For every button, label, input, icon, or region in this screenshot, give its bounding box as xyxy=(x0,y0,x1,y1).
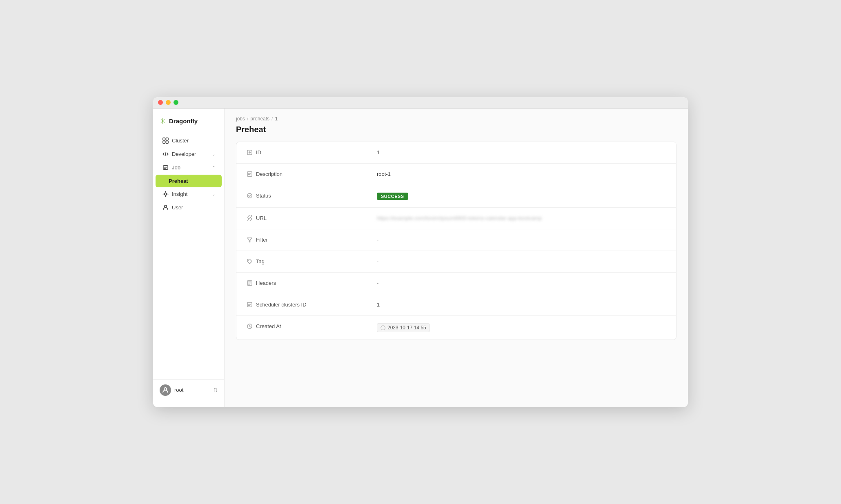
breadcrumb-preheats[interactable]: preheats xyxy=(250,116,269,122)
timestamp-clock-icon: ◯ xyxy=(380,325,385,330)
status-icon xyxy=(246,193,253,199)
row-id: ID 1 xyxy=(236,142,676,164)
row-headers: Headers - xyxy=(236,273,676,294)
user-label: User xyxy=(172,204,183,211)
svg-rect-5 xyxy=(163,166,167,169)
user-nav-icon xyxy=(162,204,169,211)
label-created-at: Created At xyxy=(246,323,377,330)
timestamp-text: 2023-10-17 14:55 xyxy=(387,325,426,331)
preheat-label: Preheat xyxy=(169,178,188,184)
svg-rect-0 xyxy=(162,138,165,140)
sidebar: ✳ Dragonfly Cluster xyxy=(153,109,225,407)
sidebar-footer[interactable]: root ⇅ xyxy=(153,379,224,401)
headers-icon xyxy=(246,280,253,286)
breadcrumb-current: 1 xyxy=(275,116,278,122)
sidebar-item-cluster[interactable]: Cluster xyxy=(156,134,222,147)
value-tag: - xyxy=(377,258,666,264)
label-id: ID xyxy=(246,149,377,156)
svg-rect-18 xyxy=(247,172,251,176)
created-at-icon xyxy=(246,323,253,330)
row-created-at: Created At ◯ 2023-10-17 14:55 xyxy=(236,316,676,340)
titlebar xyxy=(153,97,688,109)
label-scheduler-clusters-id: Scheduler clusters ID xyxy=(246,302,377,308)
app-window: ✳ Dragonfly Cluster xyxy=(153,97,688,407)
svg-line-4 xyxy=(165,152,166,156)
label-headers: Headers xyxy=(246,280,377,286)
developer-chevron: ⌄ xyxy=(212,152,215,156)
insight-label: Insight xyxy=(172,191,187,197)
page-title: Preheat xyxy=(225,122,688,142)
value-url: https://example.com/lorem/ipsum8900-toke… xyxy=(377,215,666,221)
row-filter: Filter - xyxy=(236,229,676,251)
footer-chevron: ⇅ xyxy=(214,387,218,393)
value-id: 1 xyxy=(377,149,666,155)
sidebar-item-user[interactable]: User xyxy=(156,201,222,214)
breadcrumb-sep2: / xyxy=(271,116,273,122)
value-scheduler-clusters-id: 1 xyxy=(377,302,666,308)
timestamp-badge: ◯ 2023-10-17 14:55 xyxy=(377,323,430,332)
logo: ✳ Dragonfly xyxy=(153,115,224,134)
footer-username: root xyxy=(174,387,183,393)
row-description: Description root-1 xyxy=(236,164,676,185)
sidebar-item-developer[interactable]: Developer ⌄ xyxy=(156,148,222,161)
job-chevron: ⌃ xyxy=(212,165,215,170)
row-status: Status SUCCESS xyxy=(236,185,676,208)
row-tag: Tag - xyxy=(236,251,676,273)
job-icon xyxy=(162,164,169,171)
value-headers: - xyxy=(377,280,666,286)
svg-point-14 xyxy=(164,388,167,390)
label-status: Status xyxy=(246,193,377,199)
breadcrumb-jobs[interactable]: jobs xyxy=(236,116,245,122)
sidebar-item-insight[interactable]: Insight ⌄ xyxy=(156,188,222,201)
app-body: ✳ Dragonfly Cluster xyxy=(153,109,688,407)
insight-icon xyxy=(162,191,169,198)
cluster-label: Cluster xyxy=(172,138,189,144)
developer-label: Developer xyxy=(172,151,196,157)
label-description: Description xyxy=(246,171,377,178)
logo-label: Dragonfly xyxy=(169,118,198,124)
developer-icon xyxy=(162,151,169,158)
minimize-dot[interactable] xyxy=(166,100,171,105)
scheduler-icon xyxy=(246,302,253,308)
value-description: root-1 xyxy=(377,171,666,177)
svg-point-23 xyxy=(248,260,249,261)
value-status: SUCCESS xyxy=(377,193,666,200)
job-label: Job xyxy=(172,164,180,171)
sidebar-item-preheat[interactable]: Preheat xyxy=(156,175,222,187)
main-content: jobs / preheats / 1 Preheat xyxy=(225,109,688,407)
detail-card: ID 1 Description xyxy=(236,142,676,340)
svg-rect-1 xyxy=(166,138,168,140)
svg-rect-28 xyxy=(247,302,251,307)
row-scheduler-clusters-id: Scheduler clusters ID 1 xyxy=(236,294,676,316)
description-icon xyxy=(246,171,253,178)
close-dot[interactable] xyxy=(158,100,163,105)
sidebar-item-job[interactable]: Job ⌃ xyxy=(156,161,222,174)
url-text: https://example.com/lorem/ipsum8900-toke… xyxy=(377,215,542,221)
label-tag: Tag xyxy=(246,258,377,265)
avatar xyxy=(160,384,171,396)
maximize-dot[interactable] xyxy=(174,100,178,105)
label-url: URL xyxy=(246,215,377,222)
id-icon xyxy=(246,149,253,156)
tag-icon xyxy=(246,258,253,265)
logo-icon: ✳ xyxy=(160,117,166,126)
breadcrumb: jobs / preheats / 1 xyxy=(225,109,688,122)
url-icon xyxy=(246,215,253,222)
svg-marker-22 xyxy=(247,238,251,242)
value-created-at: ◯ 2023-10-17 14:55 xyxy=(377,323,666,332)
cluster-icon xyxy=(162,138,169,144)
svg-rect-2 xyxy=(162,141,165,143)
status-badge: SUCCESS xyxy=(377,193,408,200)
svg-point-8 xyxy=(164,193,167,195)
label-filter: Filter xyxy=(246,237,377,243)
sidebar-nav: Cluster Developer ⌄ xyxy=(153,134,224,379)
filter-icon xyxy=(246,237,253,243)
row-url: URL https://example.com/lorem/ipsum8900-… xyxy=(236,208,676,229)
value-filter: - xyxy=(377,237,666,243)
svg-rect-3 xyxy=(166,141,168,143)
breadcrumb-sep1: / xyxy=(247,116,248,122)
insight-chevron: ⌄ xyxy=(212,192,215,196)
